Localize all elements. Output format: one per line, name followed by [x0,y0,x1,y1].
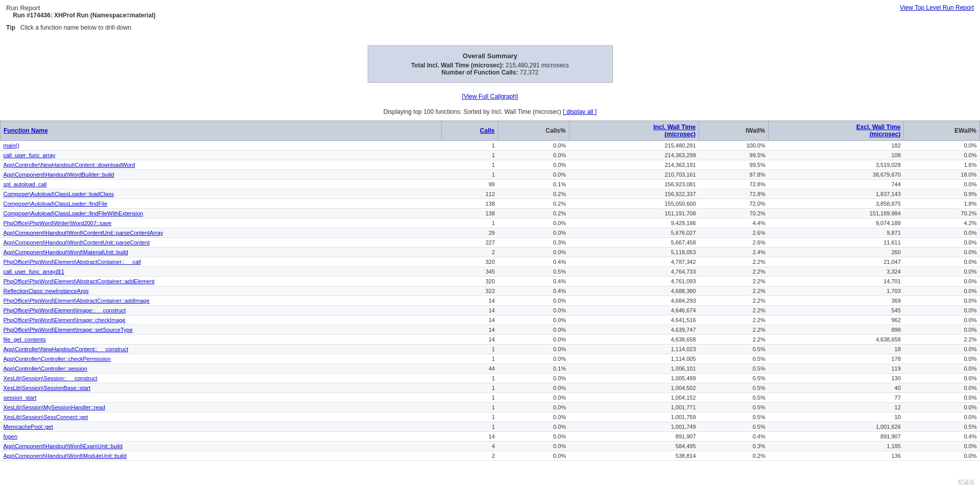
func-name-link[interactable]: App\Controller\NewHandout\Content::_ _co… [4,346,129,352]
cell-excl_wall: 77 [769,393,904,403]
func-name-link[interactable]: App\Controller\NewHandout\Content::downl… [4,162,135,168]
table-row: App\Component\Handout\WordBuilder::build… [1,170,980,180]
func-name-link[interactable]: XesLib\Session\SessConnect::get [4,414,88,420]
th-function-name[interactable]: Function Name [1,121,442,141]
func-name-link[interactable]: PhpOffice\PhpWord\Element\Image::checkIm… [4,317,126,323]
th-calls-pct: Calls% [498,121,569,141]
cell-calls_pct: 0.0% [498,412,569,422]
func-name-link[interactable]: PhpOffice\PhpWord\Writer\Word2007::save [4,220,112,226]
cell-ewall_pct: 0.0% [904,393,980,403]
func-name-link[interactable]: spl_autoload_call [4,181,47,187]
cell-func-name: MemcachePool::get [1,422,442,432]
func-name-link[interactable]: App\Component\Handout\Word\ContentUnit::… [4,230,163,236]
table-header-row: Function Name Calls Calls% Incl. Wall Ti… [1,121,980,141]
func-name-link[interactable]: call_user_func_array [4,152,56,158]
cell-excl_wall: 1,001,626 [769,422,904,432]
func-name-link[interactable]: MemcachePool::get [4,424,53,430]
cell-incl_wall: 4,646,674 [569,306,699,315]
run-id-line: Run #174436: XHProf Run (Namespace=mater… [6,12,974,19]
func-name-link[interactable]: App\Component\Handout\Word\ExamUnit::bui… [4,443,123,449]
cell-func-name: App\Controller\NewHandout\Content::downl… [1,160,442,170]
cell-func-name: XesLib\Session\MySessionHandler::read [1,403,442,412]
table-row: App\Controller\Controller::checkPermissi… [1,354,980,364]
cell-calls_pct: 0.0% [498,218,569,228]
cell-iwall_pct: 0.5% [699,364,769,374]
cell-ewall_pct: 2.2% [904,335,980,345]
cell-calls: 1 [441,374,498,383]
cell-iwall_pct: 99.5% [699,160,769,170]
cell-iwall_pct: 70.2% [699,209,769,218]
cell-calls: 2 [441,451,498,461]
cell-excl_wall: 14,701 [769,277,904,286]
table-body: main()10.0%215,480,291100.0%1820.0%call_… [1,141,980,461]
callgraph-link[interactable]: [View Full Callgraph] [462,93,518,100]
func-name-link[interactable]: App\Component\Handout\WordBuilder::build [4,172,114,178]
func-name-link[interactable]: PhpOffice\PhpWord\Element\AbstractContai… [4,278,155,284]
cell-func-name: XesLib\Session\SessConnect::get [1,412,442,422]
func-name-link[interactable]: session_start [4,395,37,401]
cell-incl_wall: 4,638,658 [569,335,699,345]
func-name-link[interactable]: PhpOffice\PhpWord\Element\Image::setSour… [4,327,133,333]
cell-ewall_pct: 0.0% [904,238,980,248]
cell-func-name: App\Controller\Controller::checkPermissi… [1,354,442,364]
func-name-link[interactable]: App\Controller\Controller::session [4,365,87,372]
th-incl-wall[interactable]: Incl. Wall Time(microsec) [569,121,699,141]
func-name-link[interactable]: ReflectionClass::newInstanceArgs [4,288,89,294]
func-name-link[interactable]: call_user_func_array@1 [4,268,64,275]
th-calls-link[interactable]: Calls [480,127,495,134]
func-name-link[interactable]: App\Component\Handout\Word\ModuleUnit::b… [4,453,127,459]
cell-calls_pct: 0.0% [498,160,569,170]
cell-func-name: App\Component\Handout\Word\ExamUnit::bui… [1,442,442,451]
cell-calls_pct: 0.0% [498,354,569,364]
func-name-link[interactable]: PhpOffice\PhpWord\Element\AbstractContai… [4,298,150,304]
func-name-link[interactable]: PhpOffice\PhpWord\Element\Image::_ _cons… [4,307,126,313]
cell-calls: 14 [441,306,498,315]
table-row: PhpOffice\PhpWord\Element\Image::_ _cons… [1,306,980,315]
cell-iwall_pct: 0.5% [699,354,769,364]
cell-ewall_pct: 0.0% [904,296,980,306]
func-name-link[interactable]: App\Component\Handout\Word\MaterialUnit:… [4,249,128,255]
tip-label: Tip [6,24,15,31]
func-name-link[interactable]: file_get_contents [4,336,46,343]
cell-calls_pct: 0.3% [498,238,569,248]
func-name-link[interactable]: fopen [4,433,18,439]
table-row: spl_autoload_call990.1%156,923,08172.8%7… [1,180,980,189]
cell-calls_pct: 0.2% [498,209,569,218]
cell-calls_pct: 0.0% [498,442,569,451]
summary-box: Overall Summary Total Incl. Wall Time (m… [368,45,613,83]
cell-func-name: XesLib\Session\Session::_ _construct [1,374,442,383]
func-name-link[interactable]: App\Controller\Controller::checkPermissi… [4,356,111,362]
cell-func-name: Composer\Autoload\ClassLoader::findFileW… [1,209,442,218]
display-info: Displaying top 100 functions: Sorted by … [0,108,980,115]
th-incl-wall-link[interactable]: Incl. Wall Time(microsec) [653,124,696,138]
th-excl-wall[interactable]: Excl. Wall Time(microsec) [769,121,904,141]
table-row: XesLib\Session\MySessionHandler::read10.… [1,403,980,412]
func-name-link[interactable]: PhpOffice\PhpWord\Element\AbstractContai… [4,259,141,265]
func-name-link[interactable]: XesLib\Session\Session::_ _construct [4,375,98,381]
display-all-link[interactable]: [ display all ] [563,108,596,115]
func-name-link[interactable]: Composer\Autoload\ClassLoader::findFileW… [4,210,144,216]
top-level-run-report-link[interactable]: View Top Level Run Report [900,4,974,11]
th-calls[interactable]: Calls [441,121,498,141]
cell-excl_wall: 4,638,658 [769,335,904,345]
func-name-link[interactable]: Composer\Autoload\ClassLoader::findFile [4,201,108,207]
table-row: App\Controller\NewHandout\Content::downl… [1,160,980,170]
func-name-link[interactable]: XesLib\Session\MySessionHandler::read [4,404,105,410]
cell-func-name: spl_autoload_call [1,180,442,189]
cell-excl_wall: 962 [769,315,904,325]
cell-incl_wall: 1,001,771 [569,403,699,412]
cell-excl_wall: 545 [769,306,904,315]
th-excl-wall-link[interactable]: Excl. Wall Time(microsec) [856,124,901,138]
cell-ewall_pct: 4.2% [904,218,980,228]
table-row: file_get_contents140.0%4,638,6582.2%4,63… [1,335,980,345]
cell-func-name: PhpOffice\PhpWord\Element\Image::setSour… [1,325,442,335]
cell-func-name: PhpOffice\PhpWord\Element\Image::_ _cons… [1,306,442,315]
th-function-name-link[interactable]: Function Name [4,127,48,134]
func-name-link[interactable]: Composer\Autoload\ClassLoader::loadClass [4,191,114,197]
cell-excl_wall: 891,907 [769,432,904,442]
func-name-link[interactable]: XesLib\Session\SessionBase::start [4,385,91,391]
tip-content: Click a function name below to drill dow… [20,24,133,31]
func-name-link[interactable]: main() [4,142,19,149]
cell-ewall_pct: 0.5% [904,422,980,432]
func-name-link[interactable]: App\Component\Handout\Word\ContentUnit::… [4,239,150,246]
